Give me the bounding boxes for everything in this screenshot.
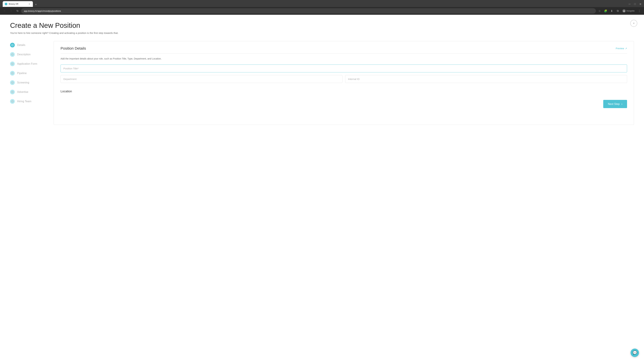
toolbar-icons: ☆ 🧩 ⬇ ⧉ Incognito ⋮ bbox=[597, 8, 642, 13]
tab-close-button[interactable]: × bbox=[28, 2, 31, 5]
page-content: × Create a New Position You're here to h… bbox=[0, 15, 644, 362]
sidebar-icon-hiring-team bbox=[10, 99, 15, 104]
sidebar-icon-application-form bbox=[10, 61, 15, 66]
svg-point-1 bbox=[12, 44, 13, 46]
back-button[interactable]: ← bbox=[2, 8, 8, 13]
sidebar-icon-advertise bbox=[10, 90, 15, 94]
download-button[interactable]: ⬇ bbox=[609, 8, 614, 13]
svg-point-7 bbox=[12, 100, 13, 102]
incognito-icon bbox=[622, 9, 626, 12]
sidebar-label-advertise: Advertise bbox=[17, 90, 28, 93]
forward-icon: → bbox=[10, 9, 12, 12]
minimize-button[interactable]: ─ bbox=[627, 2, 632, 6]
chevron-right-icon: › bbox=[621, 102, 622, 106]
chat-icon: 💬 bbox=[632, 351, 637, 355]
browser-chrome: Breezy HR × + ─ □ ✕ ← → ↻ ☆ 🧩 bbox=[0, 0, 644, 15]
internal-id-input[interactable] bbox=[345, 75, 627, 83]
svg-point-5 bbox=[12, 82, 13, 83]
close-dialog-button[interactable]: × bbox=[630, 20, 637, 27]
sidebar-label-application-form: Application Form bbox=[17, 62, 37, 65]
position-title-input[interactable] bbox=[60, 64, 627, 72]
menu-icon: ⋮ bbox=[638, 9, 641, 12]
sidebar: Details Description Application Form Pip… bbox=[10, 41, 44, 108]
window-controls: ─ □ ✕ bbox=[627, 2, 643, 6]
incognito-label: Incognito bbox=[626, 10, 634, 12]
sidebar-item-hiring-team[interactable]: Hiring Team bbox=[10, 99, 44, 104]
main-layout: Details Description Application Form Pip… bbox=[10, 41, 634, 125]
next-step-button[interactable]: Next Step › bbox=[603, 100, 627, 108]
position-title-group bbox=[60, 64, 627, 72]
sidebar-item-application-form[interactable]: Application Form bbox=[10, 61, 44, 66]
department-row bbox=[60, 75, 627, 86]
extensions-button[interactable]: 🧩 bbox=[603, 8, 608, 13]
browser-tab-bar: Breezy HR × + ─ □ ✕ bbox=[0, 0, 644, 7]
bookmark-button[interactable]: ☆ bbox=[597, 8, 602, 13]
incognito-button[interactable]: Incognito bbox=[621, 8, 636, 13]
section-title: Position Details bbox=[60, 46, 86, 51]
sidebar-label-hiring-team: Hiring Team bbox=[17, 100, 31, 103]
section-description: Add the important details about your rol… bbox=[60, 57, 627, 60]
footer-area: Next Step › bbox=[60, 100, 627, 108]
sidebar-label-details: Details bbox=[17, 43, 25, 46]
content-header: Position Details Preview ↗ bbox=[60, 46, 627, 53]
department-group bbox=[60, 75, 342, 83]
sidebar-item-description[interactable]: Description bbox=[10, 52, 44, 57]
tab-favicon bbox=[5, 3, 8, 5]
tab-area: Breezy HR × + bbox=[3, 1, 626, 7]
sidebar-label-screening: Screening bbox=[17, 81, 29, 84]
tab-title: Breezy HR bbox=[9, 3, 26, 5]
download-icon: ⬇ bbox=[611, 9, 613, 12]
sidebar-label-description: Description bbox=[17, 53, 30, 56]
page-title: Create a New Position bbox=[10, 21, 634, 29]
window-close-button[interactable]: ✕ bbox=[638, 2, 643, 6]
forward-button[interactable]: → bbox=[8, 8, 14, 13]
refresh-icon: ↻ bbox=[16, 9, 18, 12]
sidebar-icon-details bbox=[10, 43, 15, 47]
address-bar[interactable] bbox=[21, 8, 596, 13]
preview-link[interactable]: Preview ↗ bbox=[616, 47, 627, 50]
browser-toolbar: ← → ↻ ☆ 🧩 ⬇ ⧉ bbox=[0, 7, 644, 15]
svg-point-3 bbox=[12, 63, 13, 65]
split-view-button[interactable]: ⧉ bbox=[615, 8, 620, 13]
sidebar-label-pipeline: Pipeline bbox=[17, 72, 27, 75]
sidebar-icon-pipeline bbox=[10, 71, 15, 76]
close-icon: × bbox=[633, 22, 635, 25]
location-section-title: Location bbox=[60, 90, 627, 93]
department-input[interactable] bbox=[60, 75, 342, 83]
maximize-button[interactable]: □ bbox=[632, 2, 637, 6]
sidebar-item-screening[interactable]: Screening bbox=[10, 80, 44, 85]
content-area: Position Details Preview ↗ Add the impor… bbox=[54, 41, 634, 125]
external-link-icon: ↗ bbox=[625, 47, 627, 50]
sidebar-icon-description bbox=[10, 52, 15, 57]
sidebar-item-details[interactable]: Details bbox=[10, 43, 44, 47]
sidebar-item-pipeline[interactable]: Pipeline bbox=[10, 71, 44, 76]
next-step-label: Next Step bbox=[608, 103, 620, 106]
bookmark-icon: ☆ bbox=[598, 9, 601, 12]
svg-point-4 bbox=[12, 72, 13, 74]
browser-tab-breezy[interactable]: Breezy HR × bbox=[3, 1, 33, 7]
internal-id-group bbox=[345, 75, 627, 83]
page-header: Create a New Position You're here to hir… bbox=[10, 21, 634, 34]
chat-widget[interactable]: 💬 bbox=[630, 349, 639, 357]
preview-label: Preview bbox=[616, 47, 624, 50]
back-icon: ← bbox=[3, 9, 6, 12]
page-subtitle: You're here to hire someone right? Creat… bbox=[10, 31, 634, 34]
menu-button[interactable]: ⋮ bbox=[636, 8, 642, 13]
svg-point-6 bbox=[12, 91, 13, 93]
sidebar-item-advertise[interactable]: Advertise bbox=[10, 90, 44, 94]
sidebar-icon-screening bbox=[10, 80, 15, 85]
new-tab-button[interactable]: + bbox=[34, 2, 38, 7]
svg-point-2 bbox=[12, 54, 13, 55]
split-view-icon: ⧉ bbox=[617, 9, 619, 12]
extensions-icon: 🧩 bbox=[604, 9, 607, 12]
refresh-button[interactable]: ↻ bbox=[15, 8, 20, 13]
